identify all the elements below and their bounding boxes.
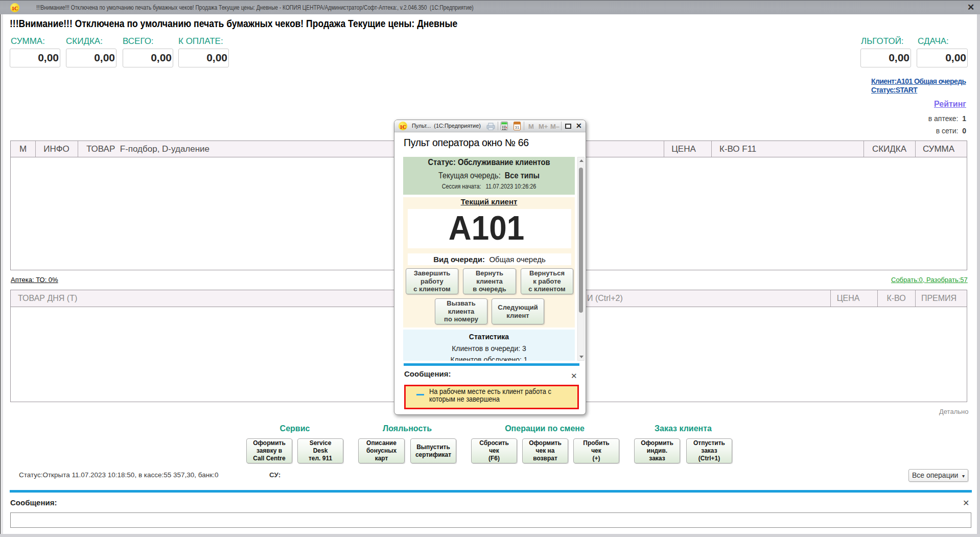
svg-text:31: 31 <box>515 125 520 130</box>
